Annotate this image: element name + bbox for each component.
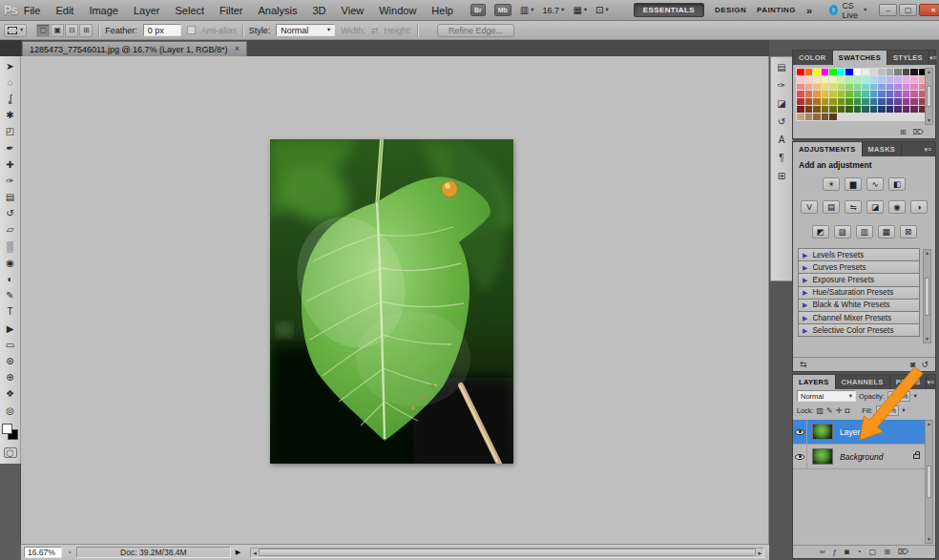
tool-quick-selection[interactable]: ✱ xyxy=(1,108,20,124)
toggle-panel-view-icon[interactable]: ◙ xyxy=(910,360,915,369)
close-button[interactable]: × xyxy=(919,4,939,16)
tab-adjustments[interactable]: ADJUSTMENTS xyxy=(793,142,863,156)
menu-item[interactable]: Layer xyxy=(134,5,160,16)
tool-spot-healing[interactable]: ✚ xyxy=(1,156,20,173)
tool-pen[interactable]: ✎ xyxy=(1,288,20,304)
color-swatch[interactable] xyxy=(870,106,878,113)
workspace-overflow-button[interactable]: » xyxy=(806,5,813,16)
color-swatch[interactable] xyxy=(903,84,910,91)
tool-dodge[interactable]: ◐ xyxy=(1,271,20,287)
tool-type[interactable]: T xyxy=(1,304,20,321)
adjustment-invert[interactable]: ◩ xyxy=(812,225,829,239)
color-swatch[interactable] xyxy=(910,69,918,75)
color-swatch[interactable] xyxy=(838,98,845,105)
layer-thumbnail[interactable] xyxy=(812,424,833,440)
layer-name[interactable]: Background xyxy=(840,452,883,462)
horizontal-scrollbar[interactable]: ◂ ▸ xyxy=(250,548,764,558)
blend-mode-select[interactable]: Normal ▾ xyxy=(797,390,856,402)
chevron-down-icon[interactable]: ▾ xyxy=(902,407,905,414)
color-swatch[interactable] xyxy=(862,98,869,105)
color-swatch[interactable] xyxy=(838,69,845,75)
color-swatch[interactable] xyxy=(813,106,821,113)
preset-row[interactable]: ▶ Black & White Presets xyxy=(798,299,920,312)
tab-channels[interactable]: CHANNELS xyxy=(836,375,890,389)
status-zoom-input[interactable]: 16.67% xyxy=(24,547,62,558)
tab-masks[interactable]: MASKS xyxy=(863,142,903,156)
expand-triangle-icon[interactable]: ▶ xyxy=(803,264,807,271)
feather-input[interactable]: 0 px xyxy=(143,24,181,36)
color-swatch[interactable] xyxy=(887,76,894,83)
color-swatch[interactable] xyxy=(822,84,829,91)
scroll-left-icon[interactable]: ◂ xyxy=(251,550,259,556)
expand-triangle-icon[interactable]: ▶ xyxy=(803,289,807,296)
document-canvas[interactable] xyxy=(270,139,513,464)
panel-icon-character[interactable]: A xyxy=(773,133,790,147)
color-swatch[interactable] xyxy=(822,76,829,83)
tab-swatches[interactable]: SWATCHES xyxy=(833,51,887,65)
scroll-down-icon[interactable]: ▼ xyxy=(927,117,931,124)
lock-all-button[interactable]: ◘ xyxy=(845,407,849,415)
color-swatch[interactable] xyxy=(805,69,813,75)
color-swatch[interactable] xyxy=(797,69,804,75)
tool-lasso[interactable]: ʆ xyxy=(1,91,20,107)
tool-path-selection[interactable]: ▶ xyxy=(1,321,20,337)
adjustment-gradient-map[interactable]: ▦ xyxy=(878,225,895,239)
color-swatch[interactable] xyxy=(887,98,894,105)
menu-item[interactable]: Analysis xyxy=(259,5,298,16)
adjustment-levels[interactable]: ▆ xyxy=(845,177,862,191)
intersect-selection-button[interactable]: ⊞ xyxy=(79,24,93,37)
tool-blur[interactable]: ◉ xyxy=(1,255,20,271)
layer-row-background[interactable]: Background xyxy=(793,445,927,469)
adjustment-hue-saturation[interactable]: ▤ xyxy=(823,200,840,214)
color-swatch[interactable] xyxy=(822,98,829,105)
color-swatch[interactable] xyxy=(822,69,829,75)
color-swatch[interactable] xyxy=(887,91,894,97)
color-swatch[interactable] xyxy=(854,84,862,91)
scroll-right-icon[interactable]: ▸ xyxy=(756,550,763,556)
adjustment-photo-filter[interactable]: ◉ xyxy=(888,200,906,214)
preset-row[interactable]: ▶ Channel Mixer Presets xyxy=(798,311,920,324)
color-swatch[interactable] xyxy=(903,106,910,113)
color-swatch[interactable] xyxy=(822,106,829,113)
panel-icon-paragraph[interactable]: ¶ xyxy=(773,151,790,165)
chevron-down-icon[interactable]: ▾ xyxy=(913,393,916,400)
color-swatch[interactable] xyxy=(862,69,869,75)
layer-row-layer1[interactable]: Layer 1 xyxy=(793,420,927,445)
zoom-level-dropdown[interactable]: 16.7 ▾ xyxy=(543,6,565,15)
workspace-essentials-button[interactable]: ESSENTIALS xyxy=(634,3,704,17)
color-swatch[interactable] xyxy=(862,106,869,113)
tool-clone-stamp[interactable]: ▤ xyxy=(1,190,20,206)
adjustment-color-balance[interactable]: ⇋ xyxy=(845,200,862,214)
panel-icon-history[interactable]: ↺ xyxy=(773,114,790,129)
adjustment-vibrance[interactable]: V xyxy=(801,200,818,214)
color-swatch[interactable] xyxy=(845,84,853,91)
visibility-cell[interactable] xyxy=(793,420,807,445)
panel-icon-tool-presets[interactable]: ✑ xyxy=(773,78,790,93)
scroll-thumb[interactable] xyxy=(259,549,757,556)
layers-scrollbar[interactable]: ▲ ▼ xyxy=(925,420,933,544)
layer-style-icon[interactable]: ƒ xyxy=(832,548,836,556)
expand-triangle-icon[interactable]: ▶ xyxy=(803,252,807,259)
refine-edge-button[interactable]: Refine Edge... xyxy=(437,24,514,37)
color-swatch[interactable] xyxy=(822,114,829,120)
cs-live-button[interactable]: CS Live ▾ xyxy=(829,1,866,20)
style-select[interactable]: Normal ▾ xyxy=(276,24,335,36)
tool-move[interactable]: ➤ xyxy=(1,58,20,74)
opacity-input[interactable]: 100% xyxy=(887,391,911,402)
menu-item[interactable]: Window xyxy=(379,5,416,16)
color-swatch[interactable] xyxy=(910,84,918,91)
new-selection-button[interactable]: ▢ xyxy=(36,24,50,37)
color-swatch[interactable] xyxy=(829,76,837,83)
color-swatch[interactable] xyxy=(805,91,813,97)
add-to-selection-button[interactable]: ▣ xyxy=(51,24,64,37)
adjustment-posterize[interactable]: ▨ xyxy=(834,225,851,239)
scroll-down-icon[interactable]: ▼ xyxy=(925,336,929,342)
adjustment-layer-icon[interactable]: ◔ xyxy=(857,548,862,556)
reset-adjustment-icon[interactable]: ↺ xyxy=(921,360,929,369)
color-swatch[interactable] xyxy=(910,76,918,83)
color-swatch[interactable] xyxy=(878,106,886,113)
launch-bridge-button[interactable]: Br xyxy=(470,4,486,16)
layer-name[interactable]: Layer 1 xyxy=(840,427,866,437)
presets-scrollbar[interactable]: ▲ ▼ xyxy=(923,249,931,343)
preset-row[interactable]: ▶ Selective Color Presets xyxy=(798,323,920,337)
